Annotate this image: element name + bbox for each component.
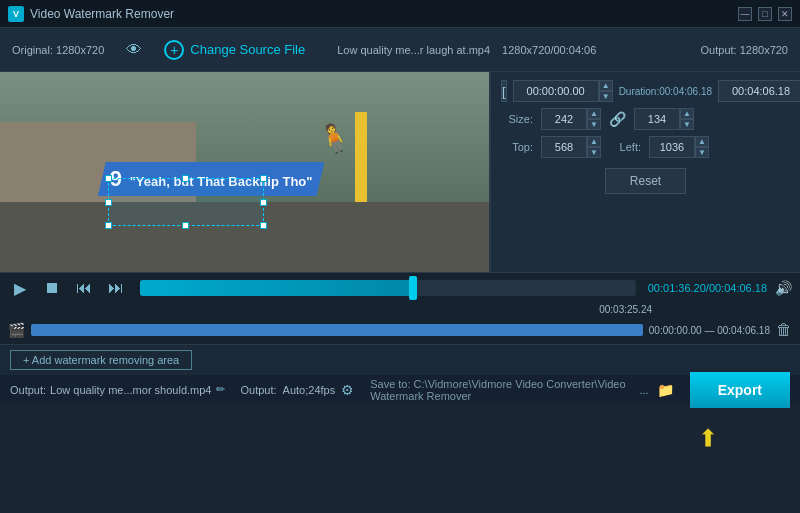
next-frame-button[interactable]: ⏭ [104, 276, 128, 300]
content-split: 🧍 9 "Yeah, but That Backflip Tho" [ [0, 72, 800, 272]
start-bracket-button[interactable]: [ [501, 80, 507, 102]
left-spinners: ▲ ▼ [695, 136, 709, 158]
size-w-wrap: ▲ ▼ [541, 108, 601, 130]
plus-circle-icon: + [164, 40, 184, 60]
eye-toggle-button[interactable]: 👁 [120, 36, 148, 64]
close-button[interactable]: ✕ [778, 7, 792, 21]
time-display: 00:01:36.20/00:04:06.18 [648, 282, 767, 294]
change-source-label: Change Source File [190, 42, 305, 57]
time-row: [ ▲ ▼ Duration:00:04:06.18 ▲ ▼ ] [501, 80, 790, 102]
video-frame: 🧍 9 "Yeah, but That Backflip Tho" [0, 72, 489, 272]
left-wrap: ▲ ▼ [649, 136, 709, 158]
play-button[interactable]: ▶ [8, 276, 32, 300]
title-left: V Video Watermark Remover [8, 6, 174, 22]
watermark-text: "Yeah, but That Backflip Tho" [130, 174, 313, 189]
timeline-track[interactable] [140, 280, 636, 296]
size-h-spinners: ▲ ▼ [680, 108, 694, 130]
top-toolbar: Original: 1280x720 👁 + Change Source Fil… [0, 28, 800, 72]
app-icon: V [8, 6, 24, 22]
size-w-spinners: ▲ ▼ [587, 108, 601, 130]
reset-button[interactable]: Reset [605, 168, 686, 194]
app-title: Video Watermark Remover [30, 7, 174, 21]
end-time-input-wrap: ▲ ▼ [718, 80, 800, 102]
timeline-fill [140, 280, 413, 296]
duration-label: Duration:00:04:06.18 [619, 86, 712, 97]
watermark-banner: 9 "Yeah, but That Backflip Tho" [98, 162, 325, 196]
top-input[interactable] [541, 136, 587, 158]
time-marker-value: 00:03:25.24 [599, 304, 652, 315]
output-settings-label: Output: [241, 384, 277, 396]
bottom-bar: + Add watermark removing area [0, 344, 800, 374]
output-resolution-label: Output: 1280x720 [701, 44, 788, 56]
file-info: Low quality me...r laugh at.mp4 1280x720… [337, 44, 596, 56]
save-to-path: Save to: C:\Vidmore\Vidmore Video Conver… [370, 378, 631, 402]
status-bar: Output: Low quality me...mor should.mp4 … [0, 374, 800, 404]
settings-gear-button[interactable]: ⚙ [341, 382, 354, 398]
original-resolution-label: Original: 1280x720 [12, 44, 104, 56]
playback-controls: ▶ ⏹ ⏮ ⏭ 00:01:36.20/00:04:06.18 🔊 [8, 276, 792, 300]
clip-row: 🎬 00:00:00.00 — 00:04:06.18 🗑 [8, 319, 792, 341]
export-button[interactable]: Export [690, 372, 790, 408]
watermark-number: 9 [110, 166, 122, 191]
video-preview: 🧍 9 "Yeah, but That Backflip Tho" [0, 72, 489, 272]
edit-output-icon[interactable]: ✏ [216, 383, 225, 396]
top-spinners: ▲ ▼ [587, 136, 601, 158]
size-h-wrap: ▲ ▼ [634, 108, 694, 130]
scene-post [355, 112, 367, 202]
top-down[interactable]: ▼ [587, 147, 601, 158]
left-label: Left: [609, 141, 641, 153]
size-height-input[interactable] [634, 108, 680, 130]
size-width-input[interactable] [541, 108, 587, 130]
size-w-down[interactable]: ▼ [587, 119, 601, 130]
timeline-thumb[interactable] [409, 276, 417, 300]
file-resolution: 1280x720/00:04:06 [502, 44, 596, 56]
size-row: Size: ▲ ▼ 🔗 ▲ ▼ [501, 108, 790, 130]
change-source-button[interactable]: + Change Source File [164, 40, 305, 60]
save-to-label: Save to: [370, 378, 410, 390]
position-row: Top: ▲ ▼ Left: ▲ ▼ [501, 136, 790, 158]
size-h-down[interactable]: ▼ [680, 119, 694, 130]
size-h-up[interactable]: ▲ [680, 108, 694, 119]
scene-road [0, 202, 489, 272]
clip-icon: 🎬 [8, 322, 25, 338]
left-down[interactable]: ▼ [695, 147, 709, 158]
add-watermark-area-button[interactable]: + Add watermark removing area [10, 350, 192, 370]
title-bar: V Video Watermark Remover — □ ✕ [0, 0, 800, 28]
output-file-info: Output: Low quality me...mor should.mp4 … [10, 383, 225, 396]
delete-clip-button[interactable]: 🗑 [776, 321, 792, 339]
prev-frame-button[interactable]: ⏮ [72, 276, 96, 300]
output-file-name: Low quality me...mor should.mp4 [50, 384, 211, 396]
output-format: Auto;24fps [283, 384, 336, 396]
output-settings: Output: Auto;24fps ⚙ [241, 382, 355, 398]
volume-icon[interactable]: 🔊 [775, 280, 792, 296]
clip-track[interactable] [31, 324, 643, 336]
right-panel: [ ▲ ▼ Duration:00:04:06.18 ▲ ▼ ] Size: [490, 72, 800, 272]
size-label: Size: [501, 113, 533, 125]
file-name: Low quality me...r laugh at.mp4 [337, 44, 490, 56]
end-time-input[interactable] [718, 80, 800, 102]
start-time-up[interactable]: ▲ [599, 80, 613, 91]
stop-button[interactable]: ⏹ [40, 276, 64, 300]
top-wrap: ▲ ▼ [541, 136, 601, 158]
time-marker: 00:03:25.24 [8, 304, 792, 315]
clip-time: 00:00:00.00 — 00:04:06.18 [649, 325, 770, 336]
output-file-label: Output: [10, 384, 46, 396]
link-icon: 🔗 [609, 111, 626, 127]
start-time-input[interactable] [513, 80, 599, 102]
start-time-down[interactable]: ▼ [599, 91, 613, 102]
top-up[interactable]: ▲ [587, 136, 601, 147]
left-up[interactable]: ▲ [695, 136, 709, 147]
start-time-spinners: ▲ ▼ [599, 80, 613, 102]
start-time-input-wrap: ▲ ▼ [513, 80, 613, 102]
title-controls: — □ ✕ [738, 7, 792, 21]
top-label: Top: [501, 141, 533, 153]
timeline-area: ▶ ⏹ ⏮ ⏭ 00:01:36.20/00:04:06.18 🔊 00:03:… [0, 272, 800, 344]
minimize-button[interactable]: — [738, 7, 752, 21]
browse-button[interactable]: ... [639, 384, 648, 396]
open-folder-button[interactable]: 📁 [657, 382, 674, 398]
export-arrow-indicator: ⬇ [698, 423, 718, 451]
maximize-button[interactable]: □ [758, 7, 772, 21]
left-input[interactable] [649, 136, 695, 158]
size-w-up[interactable]: ▲ [587, 108, 601, 119]
